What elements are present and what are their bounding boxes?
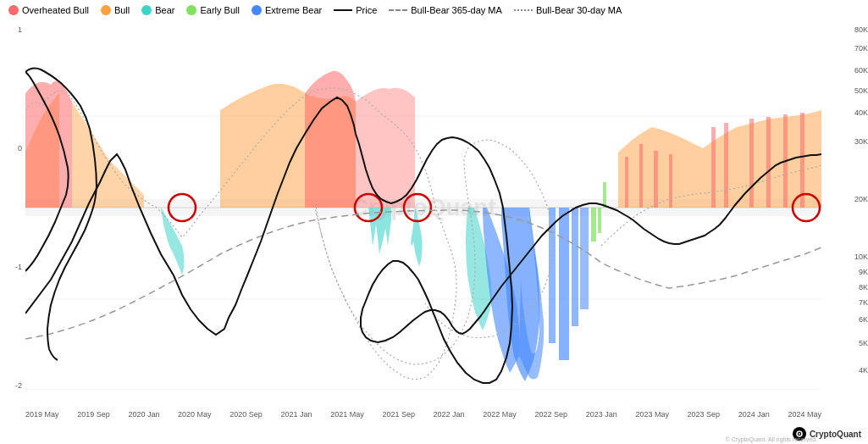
legend-price-label: Price (356, 5, 377, 15)
price-label-6k: 6K (859, 315, 868, 324)
legend-overheated-bull-label: Overheated Bull (22, 5, 89, 15)
x-label-5: 2021 Jan (280, 410, 312, 419)
price-label-7k: 7K (859, 298, 868, 307)
30ma-icon (514, 9, 533, 11)
price-label-5k: 5K (859, 339, 868, 347)
x-label-9: 2022 May (483, 410, 517, 419)
x-axis: 2019 May 2019 Sep 2020 Jan 2020 May 2020… (25, 408, 821, 419)
chart-container: Overheated Bull Bull Bear Early Bull Ext… (0, 0, 868, 444)
y-label-minus1: -1 (15, 263, 22, 271)
x-label-3: 2020 May (178, 410, 212, 419)
x-label-15: 2024 May (788, 410, 821, 419)
svg-rect-19 (749, 119, 754, 208)
legend-overheated-bull: Overheated Bull (8, 5, 89, 15)
x-label-6: 2021 May (330, 410, 364, 419)
svg-rect-9 (580, 208, 589, 309)
x-label-0: 2019 May (25, 410, 59, 419)
y-axis-left: 1 0 -1 -2 (0, 25, 25, 390)
price-label-60k: 60K (854, 66, 868, 75)
legend-365ma: Bull-Bear 365-day MA (389, 5, 502, 15)
svg-rect-12 (603, 182, 606, 208)
price-label-9k: 9K (859, 268, 868, 276)
y-label-minus2: -2 (15, 381, 22, 390)
early-bull-icon (186, 5, 196, 15)
svg-rect-13 (625, 157, 628, 208)
price-label-20k: 20K (854, 195, 868, 203)
price-label-10k: 10K (854, 253, 868, 261)
x-label-4: 2020 Sep (229, 410, 263, 419)
x-label-10: 2022 Sep (534, 410, 567, 419)
price-line-icon (334, 9, 352, 11)
svg-rect-11 (598, 208, 601, 233)
x-label-14: 2024 Jan (738, 410, 770, 419)
x-label-1: 2019 Sep (77, 410, 110, 419)
svg-rect-8 (572, 208, 578, 326)
svg-rect-20 (766, 117, 771, 208)
legend-bull-label: Bull (114, 5, 130, 15)
bear-icon (141, 5, 152, 15)
x-label-2: 2020 Jan (128, 410, 159, 419)
price-label-80k: 80K (854, 25, 868, 34)
y-label-0: 0 (18, 144, 22, 153)
x-label-8: 2022 Jan (434, 410, 465, 419)
x-label-13: 2023 Sep (688, 410, 721, 419)
legend-bear: Bear (141, 5, 174, 15)
legend-365ma-label: Bull-Bear 365-day MA (411, 5, 502, 15)
legend-bear-label: Bear (155, 5, 174, 15)
x-label-12: 2023 May (635, 410, 669, 419)
x-label-7: 2021 Sep (382, 410, 415, 419)
svg-rect-15 (654, 151, 658, 208)
main-chart-svg (25, 25, 821, 390)
svg-point-28 (799, 433, 800, 435)
legend-early-bull-label: Early Bull (200, 5, 239, 15)
legend-early-bull: Early Bull (186, 5, 239, 15)
legend-bull: Bull (101, 5, 130, 15)
copyright-text: © CryptoQuant. All rights reserved. (726, 436, 817, 442)
y-label-1: 1 (18, 25, 22, 34)
svg-rect-10 (591, 208, 596, 241)
svg-rect-18 (724, 123, 728, 208)
chart-legend: Overheated Bull Bull Bear Early Bull Ext… (0, 0, 868, 17)
legend-extreme-bear: Extreme Bear (252, 5, 322, 15)
x-label-11: 2023 Jan (586, 410, 617, 419)
legend-price: Price (334, 5, 377, 15)
price-label-30k: 30K (854, 137, 868, 146)
bull-icon (101, 5, 111, 15)
price-label-70k: 70K (854, 44, 868, 53)
overheated-bull-icon (8, 5, 19, 15)
legend-30ma-label: Bull-Bear 30-day MA (536, 5, 622, 15)
price-label-50k: 50K (854, 86, 868, 95)
extreme-bear-icon (252, 5, 262, 15)
legend-30ma: Bull-Bear 30-day MA (514, 5, 622, 15)
svg-rect-7 (559, 208, 569, 360)
svg-rect-14 (639, 144, 643, 208)
price-label-8k: 8K (859, 283, 868, 291)
price-label-40k: 40K (854, 108, 868, 117)
branding-name: CryptoQuant (810, 430, 861, 439)
svg-rect-16 (669, 154, 672, 208)
svg-rect-17 (711, 127, 716, 208)
legend-extreme-bear-label: Extreme Bear (265, 5, 322, 15)
365ma-icon (389, 9, 407, 11)
price-label-4k: 4K (859, 366, 868, 375)
